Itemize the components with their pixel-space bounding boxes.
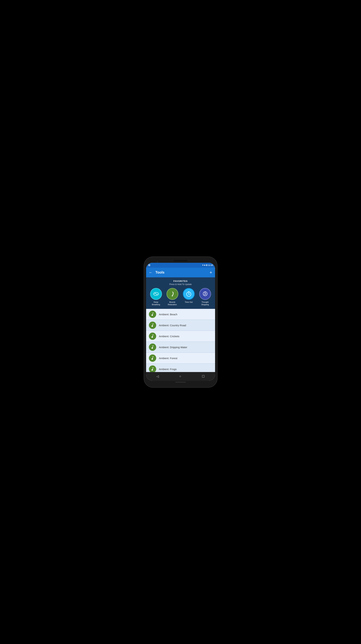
timeout-icon bbox=[186, 291, 192, 297]
list-item-text: Ambient: Beach bbox=[159, 313, 177, 316]
music-icon bbox=[149, 366, 156, 372]
favorite-thought-stopping[interactable]: ThoughtStopping bbox=[198, 288, 212, 306]
svg-point-6 bbox=[188, 294, 189, 294]
phone-bottom-bar bbox=[175, 382, 186, 382]
list-item[interactable]: Ambient: Dripping Water bbox=[146, 342, 215, 353]
music-icon bbox=[149, 310, 156, 318]
music-icon bbox=[149, 332, 156, 340]
thought-stopping-label: ThoughtStopping bbox=[201, 301, 209, 306]
battery-icon: ▮ bbox=[206, 264, 207, 266]
back-nav-button[interactable]: ◁ bbox=[156, 374, 159, 378]
list-item-text: Ambient: Crickets bbox=[159, 335, 180, 338]
muscle-relaxation-icon-circle bbox=[166, 288, 178, 300]
home-nav-button[interactable]: ○ bbox=[179, 374, 181, 378]
favorite-time-out[interactable]: Time Out bbox=[182, 288, 196, 303]
list-item[interactable]: Ambient: Country Road bbox=[146, 320, 215, 331]
music-note-icon bbox=[150, 312, 155, 316]
music-note-icon bbox=[150, 356, 155, 360]
music-note-icon bbox=[150, 334, 155, 338]
favorites-icons-row: DeepBreathing MuscleRelaxation bbox=[148, 288, 213, 306]
muscle-relaxation-label: MuscleRelaxation bbox=[168, 301, 177, 306]
status-left: 🖼 bbox=[148, 264, 150, 266]
list-item[interactable]: Ambient: Crickets bbox=[146, 331, 215, 342]
list-item[interactable]: Ambient: Forest bbox=[146, 353, 215, 364]
notification-icon: 🖼 bbox=[148, 264, 150, 266]
phone-device: 🖼 ▾ ◈ ▮ 11:10 ← Tools + FAVORITES Press … bbox=[144, 257, 217, 387]
clock: 11:10 bbox=[208, 264, 213, 266]
favorite-deep-breathing[interactable]: DeepBreathing bbox=[149, 288, 163, 306]
list-item-text: Ambient: Country Road bbox=[159, 324, 186, 327]
favorite-muscle-relaxation[interactable]: MuscleRelaxation bbox=[165, 288, 179, 306]
list-item-text: Ambient: Forest bbox=[159, 357, 177, 360]
list-item[interactable]: Ambient: Frogs bbox=[146, 364, 215, 372]
nav-bar: ◁ ○ ☐ bbox=[146, 372, 215, 381]
music-icon bbox=[149, 354, 156, 362]
phone-screen: 🖼 ▾ ◈ ▮ 11:10 ← Tools + FAVORITES Press … bbox=[146, 263, 215, 381]
signal-icon: ◈ bbox=[204, 264, 205, 266]
wifi-icon: ▾ bbox=[202, 264, 203, 266]
thought-stopping-icon-circle bbox=[199, 288, 211, 300]
music-note-icon bbox=[150, 345, 155, 349]
music-icon bbox=[149, 322, 156, 329]
back-button[interactable]: ← bbox=[149, 270, 153, 275]
music-note-icon bbox=[150, 367, 155, 371]
favorites-subtitle: Press & Hold To Update bbox=[148, 283, 213, 286]
svg-line-9 bbox=[205, 292, 206, 292]
recent-nav-button[interactable]: ☐ bbox=[202, 374, 205, 378]
status-bar: 🖼 ▾ ◈ ▮ 11:10 bbox=[146, 263, 215, 268]
time-out-label: Time Out bbox=[185, 301, 193, 303]
music-icon bbox=[149, 344, 156, 351]
list-item-text: Ambient: Frogs bbox=[159, 368, 177, 371]
status-right: ▾ ◈ ▮ 11:10 bbox=[202, 264, 213, 266]
music-note-icon bbox=[150, 323, 155, 327]
list-item[interactable]: Ambient: Beach bbox=[146, 309, 215, 320]
deep-breathing-label: DeepBreathing bbox=[152, 301, 160, 306]
page-title: Tools bbox=[156, 270, 210, 274]
ambient-list: Ambient: Beach Ambient: Country Road Amb… bbox=[146, 309, 215, 372]
favorites-section: FAVORITES Press & Hold To Update DeepBre… bbox=[146, 277, 215, 309]
phone-speaker bbox=[174, 260, 188, 261]
app-bar: ← Tools + bbox=[146, 268, 215, 277]
favorites-title: FAVORITES bbox=[148, 280, 213, 282]
muscle-icon bbox=[169, 291, 176, 297]
time-out-icon-circle bbox=[183, 288, 195, 300]
deep-breathing-icon-circle bbox=[150, 288, 162, 300]
breathing-icon bbox=[153, 291, 159, 297]
thought-icon bbox=[202, 291, 208, 297]
phone-camera bbox=[157, 261, 158, 263]
add-button[interactable]: + bbox=[209, 270, 212, 275]
list-item-text: Ambient: Dripping Water bbox=[159, 346, 187, 349]
